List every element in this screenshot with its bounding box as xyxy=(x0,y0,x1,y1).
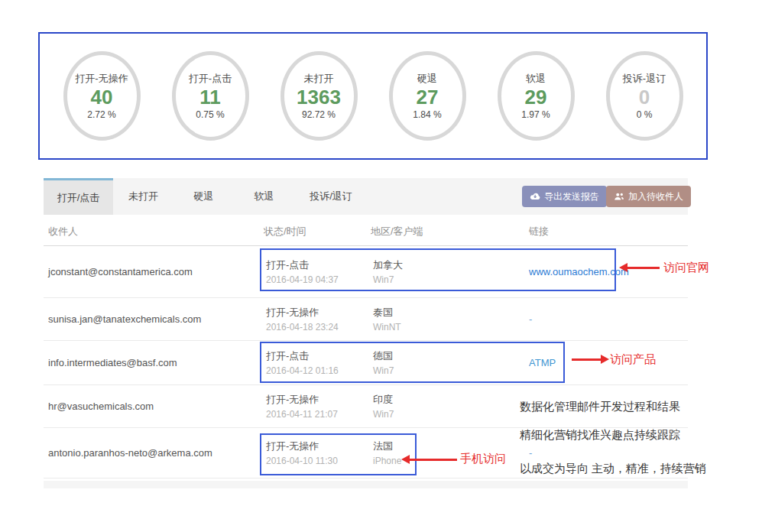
status-time-cell: 打开-无操作 2016-04-11 21:07 xyxy=(264,393,371,420)
link-cell: - xyxy=(520,447,688,459)
stat-value: 29 xyxy=(525,86,547,109)
arrowhead-left xyxy=(401,455,410,464)
header-status-time: 状态/时间 xyxy=(264,225,371,238)
stat-percent: 1.84 % xyxy=(413,109,441,120)
stat-value: 40 xyxy=(91,86,113,109)
stat-percent: 0.75 % xyxy=(196,109,224,120)
region-text: 德国 xyxy=(373,349,520,363)
annotation-note-row5-line2: 以成交为导向 主动，精准，持续营销 xyxy=(520,462,706,476)
stat-complaint-unsubscribe: 投诉-退订 0 0 % xyxy=(606,51,683,141)
stat-label: 投诉-退订 xyxy=(623,72,666,86)
product-link[interactable]: ATMP xyxy=(529,357,556,368)
client-text: Win7 xyxy=(373,274,520,285)
stat-percent: 0 % xyxy=(637,109,653,120)
recipient-email: jconstant@constantamerica.com xyxy=(44,266,264,277)
stat-percent: 1.97 % xyxy=(521,109,550,120)
stat-percent: 92.72 % xyxy=(302,109,336,120)
status-text: 打开-无操作 xyxy=(266,306,371,320)
region-client-cell: 印度 Win7 xyxy=(371,393,520,420)
annotation-visit-website: 访问官网 xyxy=(663,261,709,275)
region-text: 印度 xyxy=(373,393,520,407)
recipient-email: info.intermediates@basf.com xyxy=(44,357,264,368)
recipient-email: hr@vasuchemicals.com xyxy=(44,401,264,412)
arrowhead-left xyxy=(619,263,627,272)
arrow-shaft xyxy=(572,358,601,361)
status-time-cell: 打开-点击 2016-04-19 04:37 xyxy=(264,258,371,285)
table-footer-band xyxy=(44,481,688,488)
table-row: jconstant@constantamerica.com 打开-点击 2016… xyxy=(44,246,688,298)
recipient-email: antonio.paranhos-neto@arkema.com xyxy=(44,447,264,459)
status-text: 打开-点击 xyxy=(266,349,371,363)
status-timestamp: 2016-04-10 11:30 xyxy=(266,456,371,466)
add-recipients-button[interactable]: 加入待收件人 xyxy=(606,186,691,207)
status-text: 打开-点击 xyxy=(266,258,371,272)
link-cell: - xyxy=(520,313,688,325)
status-timestamp: 2016-04-11 21:07 xyxy=(266,409,371,420)
stat-value: 11 xyxy=(199,86,221,109)
stat-open-no-action: 打开-无操作 40 2.72 % xyxy=(63,51,141,141)
stat-soft-bounce: 软退 29 1.97 % xyxy=(498,51,575,141)
export-report-button[interactable]: 导出发送报告 xyxy=(522,186,607,207)
status-time-cell: 打开-无操作 2016-04-10 11:30 xyxy=(264,440,371,466)
export-report-label: 导出发送报告 xyxy=(544,190,599,203)
result-tabstrip: 打开/点击 未打开 硬退 软退 投诉/退订 导出发送报告 xyxy=(44,178,688,215)
stat-hard-bounce: 硬退 27 1.84 % xyxy=(389,51,466,141)
status-timestamp: 2016-04-18 23:24 xyxy=(266,322,371,332)
status-text: 打开-无操作 xyxy=(266,393,371,407)
link-cell: www.oumaochem.com xyxy=(520,266,688,277)
stat-label: 打开-无操作 xyxy=(75,72,128,86)
arrow-left-icon xyxy=(619,263,660,272)
arrow-shaft xyxy=(627,267,660,269)
stat-label: 未打开 xyxy=(304,72,334,86)
users-icon xyxy=(614,192,624,201)
arrowhead-right xyxy=(601,355,609,364)
header-region-client: 地区/客户端 xyxy=(371,225,520,238)
tab-complaint-unsubscribe[interactable]: 投诉/退订 xyxy=(294,178,368,215)
region-client-cell: 泰国 WinNT xyxy=(371,306,520,332)
stat-value: 0 xyxy=(639,86,650,109)
arrow-left-icon xyxy=(401,455,457,464)
client-text: Win7 xyxy=(373,365,520,376)
status-time-cell: 打开-点击 2016-04-12 01:16 xyxy=(264,349,371,376)
region-text: 泰国 xyxy=(373,306,520,320)
stat-label: 软退 xyxy=(526,72,546,86)
header-link: 链接 xyxy=(520,225,688,238)
link-empty-dash: - xyxy=(529,447,532,459)
tab-soft-bounce[interactable]: 软退 xyxy=(234,178,294,215)
arrow-shaft xyxy=(410,459,457,461)
tab-open-click[interactable]: 打开/点击 xyxy=(44,178,113,215)
stat-unopened: 未打开 1363 92.72 % xyxy=(280,51,358,141)
add-recipients-label: 加入待收件人 xyxy=(628,190,683,203)
table-row: sunisa.jan@tanatexchemicals.com 打开-无操作 2… xyxy=(44,298,688,341)
email-report-page: 打开-无操作 40 2.72 % 打开-点击 11 0.75 % 未打开 136… xyxy=(0,0,775,532)
status-text: 打开-无操作 xyxy=(266,440,371,453)
region-client-cell: 德国 Win7 xyxy=(371,349,520,376)
website-link[interactable]: www.oumaochem.com xyxy=(529,266,629,277)
annotation-visit-product: 访问产品 xyxy=(610,352,656,367)
cloud-download-icon xyxy=(530,192,540,201)
tab-unopened[interactable]: 未打开 xyxy=(113,178,173,215)
link-empty-dash: - xyxy=(529,313,532,325)
stats-summary-box: 打开-无操作 40 2.72 % 打开-点击 11 0.75 % 未打开 136… xyxy=(38,32,708,160)
stat-value: 27 xyxy=(417,86,439,109)
arrow-right-icon xyxy=(572,355,609,364)
client-text: Win7 xyxy=(373,409,520,420)
stat-percent: 2.72 % xyxy=(87,109,115,120)
region-text: 加拿大 xyxy=(373,258,520,272)
recipient-email: sunisa.jan@tanatexchemicals.com xyxy=(44,313,264,325)
stat-value: 1363 xyxy=(297,86,341,109)
client-text: WinNT xyxy=(373,322,520,332)
region-client-cell: 加拿大 Win7 xyxy=(371,258,520,285)
header-recipient: 收件人 xyxy=(44,225,264,238)
tab-hard-bounce[interactable]: 硬退 xyxy=(173,178,234,215)
annotation-note-row5-line1: 精细化营销找准兴趣点持续跟踪 xyxy=(520,428,680,443)
status-time-cell: 打开-无操作 2016-04-18 23:24 xyxy=(264,306,371,332)
stat-open-click: 打开-点击 11 0.75 % xyxy=(172,51,249,141)
annotation-mobile-visit: 手机访问 xyxy=(460,452,506,466)
table-header-row: 收件人 状态/时间 地区/客户端 链接 xyxy=(44,218,688,246)
stat-label: 硬退 xyxy=(417,72,437,86)
annotation-note-row4: 数据化管理邮件开发过程和结果 xyxy=(520,400,680,414)
status-timestamp: 2016-04-19 04:37 xyxy=(266,274,371,285)
status-timestamp: 2016-04-12 01:16 xyxy=(266,365,371,376)
stat-label: 打开-点击 xyxy=(189,72,232,86)
